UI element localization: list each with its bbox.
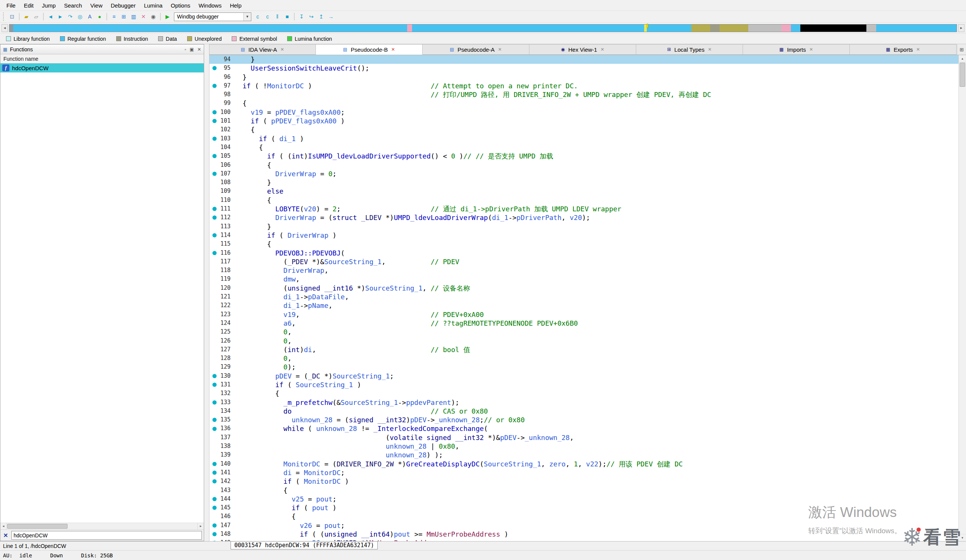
breakpoint-slot[interactable] — [209, 433, 219, 442]
code-v-scrollbar[interactable]: ▲ ▼ — [958, 55, 966, 541]
navband-position-marker[interactable] — [647, 24, 648, 28]
navband-segment[interactable] — [412, 25, 644, 32]
code-line[interactable]: 103 if ( di_1 ) — [209, 134, 958, 143]
breakpoint-dot[interactable] — [209, 117, 219, 125]
breakpoint-slot[interactable] — [209, 354, 219, 363]
code-line[interactable]: 147 v26 = pout; — [209, 521, 958, 530]
menu-edit[interactable]: Edit — [20, 1, 38, 10]
navband-segment[interactable] — [876, 25, 956, 32]
breakpoint-slot[interactable] — [209, 442, 219, 450]
breakpoint-slot[interactable] — [209, 55, 219, 64]
navband-segment[interactable] — [748, 25, 782, 32]
tab-ida-view-a[interactable]: ▤IDA View-A✕ — [209, 44, 316, 55]
code-line[interactable]: 125 0, — [209, 328, 958, 336]
code-line[interactable]: 143 { — [209, 486, 958, 495]
code-line[interactable]: 124 a6, // ??tagREMOTETYPEONENODE PDEV+0… — [209, 319, 958, 328]
pause-process-icon[interactable]: ‖ — [273, 12, 282, 21]
code-line[interactable]: 115 { — [209, 240, 958, 248]
menu-lumina[interactable]: Lumina — [140, 1, 166, 10]
code-line[interactable]: 132 { — [209, 389, 958, 398]
breakpoint-slot[interactable] — [209, 178, 219, 187]
breakpoint-slot[interactable] — [209, 284, 219, 292]
menu-debugger[interactable]: Debugger — [107, 1, 140, 10]
nav-forward-icon[interactable]: ► — [56, 12, 65, 21]
panel-dock-icon[interactable]: ▣ — [190, 47, 194, 52]
breakpoint-dot[interactable] — [209, 152, 219, 160]
save-icon[interactable]: ⊡ — [8, 12, 16, 21]
code-line[interactable]: 146 { — [209, 512, 958, 521]
breakpoint-slot[interactable] — [209, 389, 219, 398]
h-scrollbar-thumb[interactable] — [7, 524, 67, 529]
v-scrollbar-thumb[interactable] — [959, 62, 965, 87]
tab-local-types[interactable]: ⊞Local Types✕ — [636, 44, 743, 55]
breakpoint-slot[interactable] — [209, 275, 219, 283]
code-line[interactable]: 136 while ( unknown_28 != _InterlockedCo… — [209, 424, 958, 433]
breakpoint-slot[interactable] — [209, 125, 219, 134]
pointer-icon[interactable]: ▱ — [32, 12, 41, 21]
breakpoint-slot[interactable] — [209, 90, 219, 99]
function-filter-input[interactable] — [12, 531, 202, 540]
code-line[interactable]: 129 0); — [209, 363, 958, 371]
code-line[interactable]: 131 if ( SourceString_1 ) — [209, 380, 958, 389]
code-line[interactable]: 113 } — [209, 222, 958, 231]
code-line[interactable]: 142 if ( MonitorDC ) — [209, 477, 958, 486]
navband-segment[interactable] — [644, 25, 647, 32]
breakpoint-slot[interactable] — [209, 407, 219, 415]
target-icon[interactable]: ◎ — [76, 12, 84, 21]
code-line[interactable]: 109 else — [209, 187, 958, 195]
menu-file[interactable]: File — [2, 1, 20, 10]
functions-h-scrollbar[interactable]: ◄ ► — [0, 523, 204, 529]
close-view-icon[interactable]: ✕ — [139, 12, 148, 21]
code-line[interactable]: 144 v25 = pout; — [209, 495, 958, 503]
tab-exports[interactable]: ▦Exports✕ — [850, 44, 956, 55]
breakpoint-slot[interactable] — [209, 345, 219, 354]
breakpoint-dot[interactable] — [209, 231, 219, 240]
breakpoint-dot[interactable] — [209, 503, 219, 512]
breakpoint-slot[interactable] — [209, 363, 219, 371]
breakpoint-slot[interactable] — [209, 240, 219, 248]
menu-help[interactable]: Help — [226, 1, 246, 10]
function-row[interactable]: fhdcOpenDCW — [0, 63, 204, 72]
code-line[interactable]: 95 UserSessionSwitchLeaveCrit(); — [209, 64, 958, 72]
code-line[interactable]: 145 if ( pout ) — [209, 503, 958, 512]
code-line[interactable]: 123 v19, // PDEV+0xA00 — [209, 310, 958, 319]
step-into-icon[interactable]: ↧ — [297, 12, 306, 21]
nav-back-icon[interactable]: ◄ — [46, 12, 55, 21]
navband-segment[interactable] — [710, 25, 720, 32]
breakpoint-slot[interactable] — [209, 486, 219, 495]
code-line[interactable]: 133 _m_prefetchw(&SourceString_1->ppdevP… — [209, 398, 958, 407]
tab-pseudocode-a[interactable]: ▤Pseudocode-A✕ — [422, 44, 529, 55]
code-line[interactable]: 122 di_1->pName, — [209, 301, 958, 310]
code-line[interactable]: 139 unknown_28) ); — [209, 450, 958, 459]
code-line[interactable]: 96 } — [209, 73, 958, 82]
breakpoint-slot[interactable] — [209, 337, 219, 345]
tab-imports[interactable]: ▦Imports✕ — [743, 44, 850, 55]
graph-view-icon[interactable]: ▥ — [129, 12, 138, 21]
rename-icon[interactable]: A — [85, 12, 94, 21]
navigation-band[interactable] — [9, 24, 957, 32]
tab-close-icon[interactable]: ✕ — [600, 47, 604, 52]
breakpoint-dot[interactable] — [209, 398, 219, 407]
breakpoint-dot[interactable] — [209, 380, 219, 389]
code-line[interactable]: 127 (int)di, // bool 值 — [209, 345, 958, 354]
code-line[interactable]: 108 } — [209, 178, 958, 187]
code-line[interactable]: 94 } — [209, 55, 958, 64]
breakpoint-slot[interactable] — [209, 328, 219, 336]
navband-segment[interactable] — [782, 25, 791, 32]
code-line[interactable]: 130 pDEV = (_DC *)SourceString_1; — [209, 372, 958, 380]
code-line[interactable]: 97 if ( !MonitorDC ) // Attempt to open … — [209, 82, 958, 90]
code-line[interactable]: 99 { — [209, 99, 958, 108]
column-header-function-name[interactable]: Function name — [0, 54, 204, 63]
breakpoint-dot[interactable] — [209, 495, 219, 503]
breakpoint-dot[interactable] — [209, 460, 219, 468]
code-line[interactable]: 111 LOBYTE(v20) = 2; // 通过 di_1->pDriver… — [209, 205, 958, 213]
code-line[interactable]: 117 (_PDEV *)&SourceString_1, // PDEV — [209, 257, 958, 266]
tab-pseudocode-b[interactable]: ▤Pseudocode-B✕ — [316, 44, 422, 55]
breakpoint-slot[interactable] — [209, 73, 219, 82]
code-line[interactable]: 118 DriverWrap, — [209, 266, 958, 275]
code-line[interactable]: 116 PDEVOBJ::PDEVOBJ( — [209, 249, 958, 257]
navband-segment[interactable] — [800, 25, 867, 32]
code-line[interactable]: 128 0, — [209, 354, 958, 363]
menu-jump[interactable]: Jump — [38, 1, 60, 10]
highlight-icon[interactable]: ▰ — [22, 12, 31, 21]
